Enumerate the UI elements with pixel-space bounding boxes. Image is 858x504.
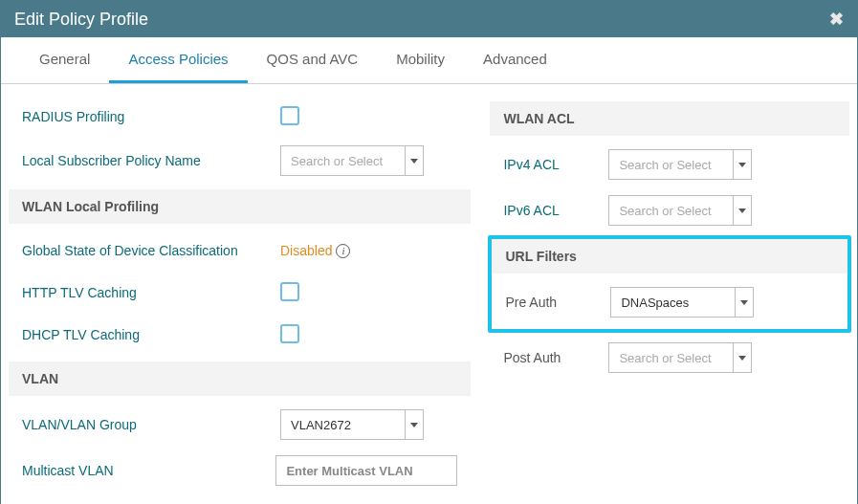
select-pre-auth-value: DNASpaces [610, 287, 735, 318]
row-multicast-vlan: Multicast VLAN [9, 448, 471, 493]
select-local-sub-caret[interactable] [405, 145, 424, 176]
section-wlan-local-profiling: WLAN Local Profiling [9, 189, 471, 224]
row-radius-profiling: RADIUS Profiling [9, 96, 471, 138]
label-global-state: Global State of Device Classification [22, 242, 280, 259]
row-pre-auth: Pre Auth DNASpaces [492, 279, 847, 325]
modal-title: Edit Policy Profile [14, 10, 148, 30]
select-local-sub-value: Search or Select [280, 145, 405, 176]
row-ipv6-acl: IPv6 ACL Search or Select [490, 187, 849, 233]
modal-header: Edit Policy Profile ✖ [1, 1, 857, 37]
select-vlan-group-value: VLAN2672 [280, 409, 405, 440]
label-post-auth: Post Auth [503, 349, 608, 366]
checkbox-http-tlv[interactable] [280, 282, 299, 301]
select-pre-auth[interactable]: DNASpaces [610, 287, 754, 318]
tab-advanced[interactable]: Advanced [464, 37, 566, 83]
tab-qos-avc[interactable]: QOS and AVC [248, 37, 378, 83]
close-icon[interactable]: ✖ [829, 9, 844, 30]
row-local-sub-policy: Local Subscriber Policy Name Search or S… [9, 138, 471, 184]
section-url-filters: URL Filters [492, 239, 847, 274]
row-dhcp-tlv: DHCP TLV Caching [9, 314, 471, 356]
value-global-state: Disabled i [280, 243, 350, 258]
select-vlan-group-caret[interactable] [405, 409, 424, 440]
global-state-text: Disabled [280, 243, 332, 258]
chevron-down-icon [738, 208, 746, 213]
input-multicast-vlan[interactable] [275, 455, 457, 486]
row-vlan-group: VLAN/VLAN Group VLAN2672 [9, 402, 471, 448]
edit-policy-modal: Edit Policy Profile ✖ General Access Pol… [0, 0, 858, 504]
left-column: RADIUS Profiling Local Subscriber Policy… [9, 96, 471, 493]
chevron-down-icon [410, 159, 418, 164]
select-post-auth[interactable]: Search or Select [608, 342, 752, 373]
chevron-down-icon [738, 356, 746, 361]
chevron-down-icon [738, 163, 746, 167]
label-dhcp-tlv: DHCP TLV Caching [22, 326, 280, 343]
select-ipv4-value: Search or Select [608, 149, 733, 180]
select-pre-auth-caret[interactable] [735, 287, 754, 318]
label-http-tlv: HTTP TLV Caching [22, 284, 280, 301]
chevron-down-icon [740, 300, 748, 305]
checkbox-radius-profiling[interactable] [280, 106, 299, 125]
tab-general[interactable]: General [20, 37, 109, 83]
row-global-state: Global State of Device Classification Di… [9, 230, 471, 272]
label-radius-profiling: RADIUS Profiling [22, 108, 280, 125]
row-post-auth: Post Auth Search or Select [490, 335, 849, 381]
label-multicast-vlan: Multicast VLAN [22, 462, 275, 479]
select-post-auth-caret[interactable] [733, 342, 752, 373]
row-http-tlv: HTTP TLV Caching [9, 272, 471, 314]
tab-access-policies[interactable]: Access Policies [109, 37, 247, 83]
highlight-url-filters: URL Filters Pre Auth DNASpaces [488, 235, 851, 333]
select-ipv4-acl[interactable]: Search or Select [608, 149, 752, 180]
info-icon[interactable]: i [336, 244, 350, 258]
chevron-down-icon [410, 423, 418, 427]
checkbox-dhcp-tlv[interactable] [280, 324, 299, 343]
tabs: General Access Policies QOS and AVC Mobi… [1, 37, 857, 84]
select-local-sub-policy[interactable]: Search or Select [280, 145, 424, 176]
content: RADIUS Profiling Local Subscriber Policy… [1, 84, 857, 504]
row-ipv4-acl: IPv4 ACL Search or Select [490, 142, 849, 187]
select-ipv4-caret[interactable] [733, 149, 752, 180]
select-ipv6-caret[interactable] [733, 195, 752, 226]
select-vlan-group[interactable]: VLAN2672 [280, 409, 424, 440]
label-pre-auth: Pre Auth [505, 294, 610, 311]
select-post-auth-value: Search or Select [608, 342, 733, 373]
select-ipv6-acl[interactable]: Search or Select [608, 195, 752, 226]
label-ipv6-acl: IPv6 ACL [503, 202, 608, 219]
label-local-sub-policy: Local Subscriber Policy Name [22, 152, 280, 169]
section-vlan: VLAN [9, 362, 471, 396]
section-wlan-acl: WLAN ACL [490, 101, 849, 136]
label-vlan-group: VLAN/VLAN Group [22, 416, 280, 433]
tab-mobility[interactable]: Mobility [377, 37, 464, 83]
label-ipv4-acl: IPv4 ACL [503, 156, 608, 173]
right-column: WLAN ACL IPv4 ACL Search or Select IPv6 … [471, 96, 849, 493]
select-ipv6-value: Search or Select [608, 195, 733, 226]
